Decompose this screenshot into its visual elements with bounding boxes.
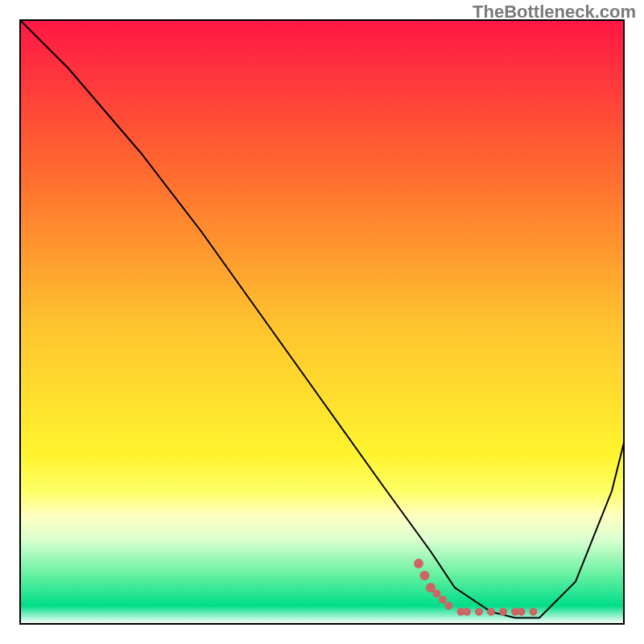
scatter-point [420,571,430,580]
scatter-point [414,559,423,568]
scatter-point [487,608,495,616]
scatter-point [499,608,507,616]
scatter-point [530,608,538,616]
plot-svg [0,0,644,644]
scatter-point [445,602,453,610]
chart-container: TheBottleneck.com [0,0,644,644]
scatter-point [475,608,483,616]
scatter-point [439,596,447,604]
scatter-point [463,608,471,616]
scatter-point [518,608,526,616]
plot-background [20,20,624,624]
watermark-text: TheBottleneck.com [473,2,636,23]
scatter-point [433,590,441,598]
